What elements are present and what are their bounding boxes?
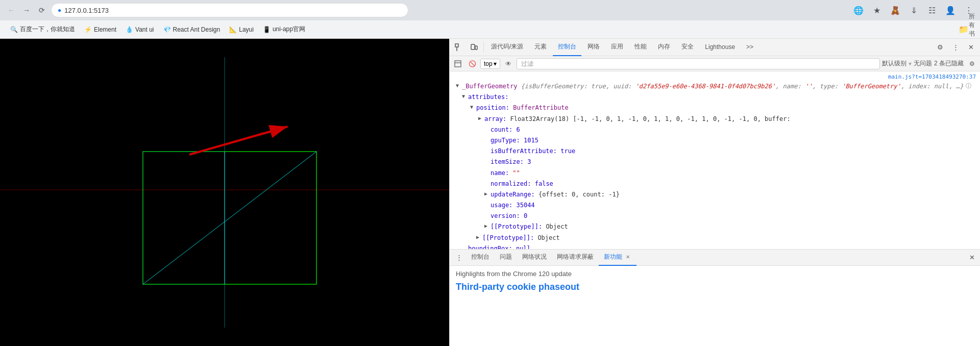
default-level-label: 默认级别 [882,59,906,68]
svg-rect-12 [475,46,477,50]
tree-row-count[interactable]: count: 6 [450,125,980,135]
all-bookmarks-button[interactable]: 📁 所有书签 [960,22,974,37]
tree-row-proto3[interactable]: [[Prototype]]: Object [450,221,980,232]
bookmark-element[interactable]: ⚡ Element [80,24,120,35]
vant-icon: 💧 [126,26,133,33]
layui-icon: 📐 [229,26,237,33]
tab-network[interactable]: 网络 [582,39,605,56]
main-content: 源代码/来源 元素 控制台 网络 应用 性能 内存 [0,39,980,346]
all-bookmarks-icon: 📁 [959,24,969,34]
tab-grid-icon[interactable]: ☷ [925,3,939,17]
expand-position[interactable] [470,103,476,111]
expand-attributes[interactable] [462,92,468,101]
file-link[interactable]: main.js?t=1703418493270:37 [450,73,980,81]
uniapp-icon: 📱 [263,26,271,33]
tab-memory[interactable]: 内存 [653,39,675,56]
tree-row-gputype[interactable]: gpuType: 1015 [450,135,980,146]
element-icon: ⚡ [84,26,92,33]
console-settings-icon[interactable]: ⚙ [966,58,978,70]
hidden-count-label: 2 条已隐藏 [934,59,964,68]
expand-buffergeometry[interactable] [456,82,462,90]
bottom-content: Highlights from the Chrome 120 update Th… [450,266,980,346]
nav-buttons: ← → ⟳ [4,3,49,17]
canvas-area [0,39,449,346]
devtools-close-icon[interactable]: ✕ [964,40,978,55]
translate-icon[interactable]: 🌐 [851,3,866,17]
devtools-right-icons: ⚙ ⋮ ✕ [933,40,978,55]
filter-input[interactable] [517,58,880,69]
clear-console-icon[interactable]: 🚫 [466,58,478,70]
bookmarks-bar: 🔍 百度一下，你就知道 ⚡ Element 💧 Vant ui 💎 React … [0,20,980,39]
bottom-tab-issues[interactable]: 问题 [495,250,517,266]
context-label: top [484,60,493,67]
tab-more[interactable]: >> [741,39,758,56]
bookmark-vant[interactable]: 💧 Vant ui [121,24,158,35]
svg-rect-13 [455,61,461,67]
forward-button[interactable]: → [19,3,34,17]
threejs-canvas [0,39,449,346]
bottom-tab-network-status[interactable]: 网络状况 [517,250,552,266]
downloads-icon[interactable]: ⇓ [906,3,921,17]
no-issues-label: 无问题 [914,59,932,68]
tab-elements[interactable]: 元素 [529,39,552,56]
devtools-toolbar: 源代码/来源 元素 控制台 网络 应用 性能 内存 [450,39,980,56]
profile-icon[interactable]: 👤 [943,3,958,17]
tree-row-buffergeometry[interactable]: _BufferGeometry {isBufferGeometry: true,… [450,81,980,92]
context-dropdown[interactable]: top ▾ [480,59,500,69]
tab-application[interactable]: 应用 [606,39,628,56]
third-party-title[interactable]: Third-party cookie phaseout [456,282,974,292]
devtools-settings-icon[interactable]: ⚙ [933,40,947,55]
bookmark-layui[interactable]: 📐 Layui [225,24,258,35]
expand-proto3[interactable] [484,222,491,230]
tab-performance[interactable]: 性能 [629,39,652,56]
bookmark-baidu[interactable]: 🔍 百度一下，你就知道 [6,23,79,36]
back-button[interactable]: ← [4,3,18,17]
address-text: 127.0.0.1:5173 [64,7,402,14]
tree-row-array[interactable]: array: Float32Array(18) [-1, -1, 0, 1, -… [450,114,980,125]
expand-proto2[interactable] [476,233,482,241]
bookmark-react-ant[interactable]: 💎 React Ant Design [159,24,225,35]
bottom-panel-close-icon[interactable]: ✕ [966,252,978,264]
tree-row-usage[interactable]: usage: 35044 [450,200,980,211]
tree-row-version[interactable]: version: 0 [450,211,980,221]
tab-lighthouse[interactable]: Lighthouse [700,39,740,56]
eye-icon[interactable]: 👁 [502,58,514,70]
bottom-more-icon[interactable]: ⋮ [452,251,466,265]
bookmark-star-icon[interactable]: ★ [870,3,884,17]
bottom-panel-right: ✕ [966,252,978,264]
baidu-icon: 🔍 [10,26,18,33]
tab-sources[interactable]: 源代码/来源 [486,39,528,56]
extension-icon[interactable]: 🧸 [888,3,902,17]
address-bar[interactable]: ● 127.0.0.1:5173 [51,3,408,17]
inspect-element-icon[interactable] [452,40,466,55]
bottom-tab-network-request[interactable]: 网络请求屏蔽 [552,250,599,266]
title-bar: ← → ⟳ ● 127.0.0.1:5173 🌐 ★ 🧸 ⇓ ☷ 👤 ⋮ [0,0,980,20]
svg-rect-9 [455,44,458,47]
bottom-tab-new-features[interactable]: 新功能 ✕ [599,250,636,266]
bottom-panel: ⋮ 控制台 问题 网络状况 网络请求屏蔽 新功能 ✕ [450,249,980,346]
tree-row-updaterange[interactable]: updateRange: {offset: 0, count: -1} [450,189,980,200]
bookmark-uniapp[interactable]: 📱 uni-app官网 [259,23,309,36]
expand-updaterange[interactable] [484,190,491,198]
reload-button[interactable]: ⟳ [35,3,49,17]
tab-console[interactable]: 控制台 [553,39,581,56]
expand-array[interactable] [478,114,484,122]
tree-row-normalized[interactable]: normalized: false [450,179,980,189]
tab-security[interactable]: 安全 [676,39,699,56]
device-toolbar-icon[interactable] [467,40,481,55]
tree-row-isbufferattr[interactable]: isBufferAttribute: true [450,146,980,157]
tree-row-position[interactable]: position: BufferAttribute [450,103,980,113]
toolbar-separator-1 [483,42,484,53]
tree-row-attributes[interactable]: attributes: [450,92,980,103]
tree-row-proto2[interactable]: [[Prototype]]: Object [450,233,980,243]
tree-row-itemsize[interactable]: itemSize: 3 [450,157,980,167]
devtools-panel: 源代码/来源 元素 控制台 网络 应用 性能 内存 [449,39,980,346]
close-new-features-tab[interactable]: ✕ [624,254,631,261]
bottom-tab-console[interactable]: 控制台 [466,250,495,266]
tree-row-boundingbox[interactable]: boundingBox: null [450,243,980,249]
tree-row-name[interactable]: name: "" [450,168,980,179]
devtools-more-icon[interactable]: ⋮ [948,40,963,55]
bookmarks-right: 📁 所有书签 [960,22,974,37]
dock-icon[interactable] [452,58,464,70]
chrome-frame: ← → ⟳ ● 127.0.0.1:5173 🌐 ★ 🧸 ⇓ ☷ 👤 ⋮ 🔍 百… [0,0,980,346]
